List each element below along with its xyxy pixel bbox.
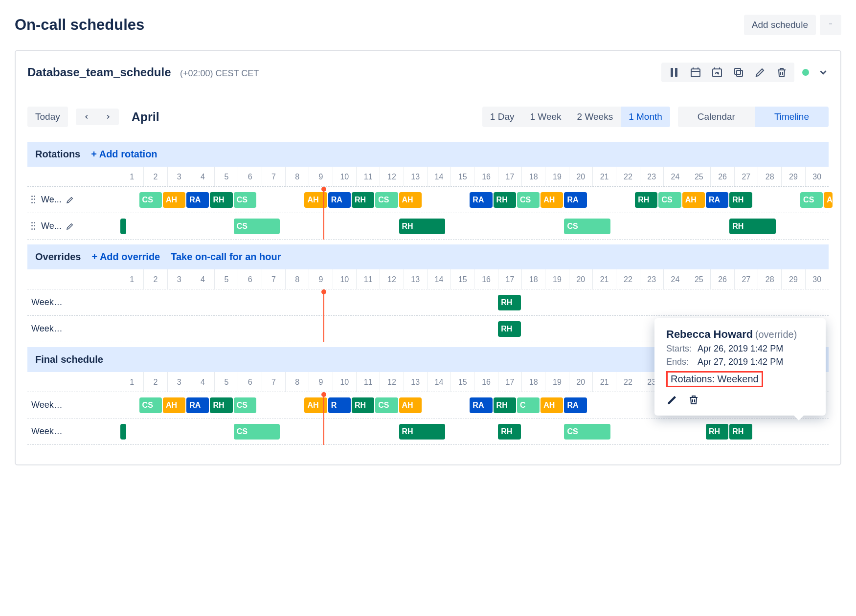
schedule-block[interactable] (120, 219, 126, 234)
add-schedule-button[interactable]: Add schedule (744, 15, 816, 35)
day-cell: 28 (758, 167, 781, 186)
popover-suffix: (override) (755, 329, 797, 340)
schedule-block[interactable]: CS (564, 424, 610, 440)
range-2weeks[interactable]: 2 Weeks (569, 107, 621, 127)
drag-handle-icon[interactable] (31, 222, 37, 231)
schedule-block[interactable]: RH (399, 424, 446, 440)
pencil-icon[interactable] (66, 196, 74, 204)
schedule-block[interactable]: CS (800, 192, 823, 208)
day-cell: 2 (143, 167, 167, 186)
today-button[interactable]: Today (27, 107, 68, 127)
schedule-block[interactable]: RA (564, 192, 586, 208)
range-1week[interactable]: 1 Week (522, 107, 569, 127)
day-cell: 21 (592, 372, 616, 392)
day-cell: 5 (214, 167, 238, 186)
add-override-link[interactable]: + Add override (91, 251, 160, 263)
day-cell: 18 (521, 269, 545, 289)
schedule-block[interactable]: A (824, 192, 832, 208)
schedule-block[interactable] (120, 424, 126, 440)
schedule-block[interactable]: CS (375, 397, 398, 413)
schedule-block[interactable]: RH (498, 295, 520, 310)
timeline-row: Weekday's...RH (27, 289, 829, 316)
view-timeline[interactable]: Timeline (755, 107, 829, 127)
day-cell: 8 (285, 167, 309, 186)
day-cell: 30 (805, 269, 829, 289)
schedule-block[interactable]: RH (210, 192, 232, 208)
popover-edit-icon[interactable] (666, 394, 678, 406)
next-button[interactable] (97, 109, 119, 125)
copy-icon[interactable] (733, 66, 744, 78)
schedule-block[interactable]: RA (186, 397, 209, 413)
day-cell: 15 (451, 269, 474, 289)
schedule-block[interactable]: CS (234, 397, 256, 413)
schedule-block[interactable]: RA (186, 192, 209, 208)
more-actions-button[interactable] (820, 15, 841, 35)
schedule-block[interactable]: C (517, 397, 540, 413)
schedule-block[interactable]: RH (498, 424, 520, 440)
schedule-block[interactable]: CS (658, 192, 681, 208)
take-oncall-link[interactable]: Take on-call for an hour (171, 251, 281, 263)
day-cell: 16 (474, 372, 497, 392)
schedule-block[interactable]: RA (706, 192, 728, 208)
schedule-card: Database_team_schedule (+02:00) CEST CET… (15, 50, 841, 465)
schedule-block[interactable]: CS (234, 424, 280, 440)
schedule-block[interactable]: AH (541, 397, 563, 413)
schedule-block[interactable]: RA (470, 397, 492, 413)
drag-handle-icon[interactable] (31, 196, 37, 204)
schedule-block[interactable]: CS (517, 192, 540, 208)
add-rotation-link[interactable]: + Add rotation (91, 149, 157, 160)
popover-ends-value: Apr 27, 2019 1:42 PM (698, 357, 783, 367)
schedule-block[interactable]: CS (375, 192, 398, 208)
pencil-icon[interactable] (754, 66, 766, 78)
calendar-icon[interactable] (690, 66, 701, 78)
schedule-block[interactable]: AH (399, 192, 422, 208)
schedule-block[interactable]: RH (399, 219, 446, 234)
schedule-block[interactable]: RH (706, 424, 728, 440)
range-1day[interactable]: 1 Day (482, 107, 522, 127)
schedule-block[interactable]: CS (234, 192, 256, 208)
schedule-block[interactable]: RH (635, 192, 657, 208)
chevron-down-icon[interactable] (818, 67, 829, 78)
view-calendar[interactable]: Calendar (678, 107, 755, 127)
day-cell: 14 (427, 269, 451, 289)
overrides-title: Overrides (35, 251, 81, 263)
day-cell: 6 (238, 167, 261, 186)
schedule-block[interactable]: AH (399, 397, 422, 413)
schedule-block[interactable]: RA (328, 192, 351, 208)
schedule-block[interactable]: RA (564, 397, 586, 413)
day-cell: 17 (498, 167, 521, 186)
schedule-block[interactable]: RH (729, 192, 752, 208)
schedule-block[interactable]: AH (541, 192, 563, 208)
schedule-block[interactable]: RA (470, 192, 492, 208)
schedule-block[interactable]: AH (163, 397, 185, 413)
schedule-block[interactable]: RH (494, 397, 516, 413)
schedule-block[interactable]: RH (352, 192, 374, 208)
day-cell: 23 (640, 269, 663, 289)
schedule-block[interactable]: RH (352, 397, 374, 413)
schedule-block[interactable]: AH (163, 192, 185, 208)
schedule-block[interactable]: AH (304, 397, 327, 413)
day-cell: 15 (451, 372, 474, 392)
pause-icon[interactable] (668, 66, 680, 78)
schedule-block[interactable]: AH (682, 192, 705, 208)
schedule-block[interactable]: RH (210, 397, 232, 413)
schedule-block[interactable]: CS (564, 219, 610, 234)
schedule-block[interactable]: CS (139, 397, 162, 413)
schedule-block[interactable]: RH (498, 321, 520, 337)
schedule-block[interactable]: RH (494, 192, 516, 208)
schedule-block[interactable]: AH (304, 192, 327, 208)
schedule-block[interactable]: RH (729, 424, 752, 440)
schedule-block[interactable]: RH (729, 219, 776, 234)
trash-icon[interactable] (776, 66, 788, 78)
schedule-block[interactable]: CS (234, 219, 280, 234)
range-1month[interactable]: 1 Month (621, 107, 670, 127)
schedule-block[interactable]: R (328, 397, 351, 413)
prev-button[interactable] (76, 109, 97, 125)
pencil-icon[interactable] (66, 222, 74, 231)
day-cell: 4 (191, 372, 214, 392)
popover-delete-icon[interactable] (688, 394, 699, 406)
day-cell: 12 (380, 269, 403, 289)
calendar-sync-icon[interactable] (711, 66, 723, 78)
schedule-block[interactable]: CS (139, 192, 162, 208)
day-cell: 8 (285, 372, 309, 392)
